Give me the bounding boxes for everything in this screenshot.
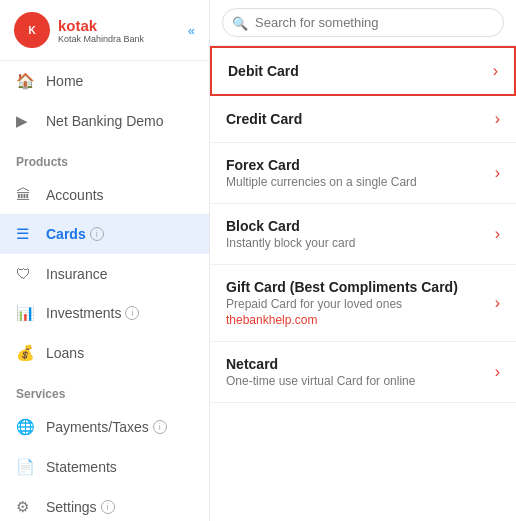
sidebar-item-insurance[interactable]: 🛡 Insurance [0, 254, 209, 293]
section-products: Products [0, 141, 209, 175]
sidebar-item-cards[interactable]: ☰ Cards i [0, 214, 209, 254]
forex-card-title: Forex Card [226, 157, 487, 173]
sidebar-item-statements[interactable]: 📄 Statements [0, 447, 209, 487]
search-wrapper: 🔍 [222, 8, 504, 37]
block-card-text: Block Card Instantly block your card [226, 218, 487, 250]
card-list: Debit Card › Credit Card › Forex Card Mu… [210, 46, 516, 521]
kotak-logo-icon: K [14, 12, 50, 48]
sidebar-item-investments[interactable]: 📊 Investments i [0, 293, 209, 333]
sidebar-item-home-label: Home [46, 73, 83, 89]
settings-icon: ⚙ [16, 498, 36, 516]
sidebar-item-net-banking-demo[interactable]: ▶ Net Banking Demo [0, 101, 209, 141]
credit-card-title: Credit Card [226, 111, 487, 127]
investments-info-icon: i [125, 306, 139, 320]
play-icon: ▶ [16, 112, 36, 130]
card-item-netcard[interactable]: Netcard One-time use virtual Card for on… [210, 342, 516, 403]
cards-info-icon: i [90, 227, 104, 241]
sidebar-item-loans-label: Loans [46, 345, 84, 361]
home-icon: 🏠 [16, 72, 36, 90]
card-item-gift-card[interactable]: Gift Card (Best Compliments Card) Prepai… [210, 265, 516, 342]
gift-card-text: Gift Card (Best Compliments Card) Prepai… [226, 279, 487, 327]
search-bar: 🔍 [210, 0, 516, 46]
card-item-debit-card[interactable]: Debit Card › [210, 46, 516, 96]
card-item-forex-card[interactable]: Forex Card Multiple currencies on a sing… [210, 143, 516, 204]
logo-text: kotak Kotak Mahindra Bank [58, 17, 144, 44]
sidebar-item-home[interactable]: 🏠 Home [0, 61, 209, 101]
block-card-subtitle: Instantly block your card [226, 236, 487, 250]
card-item-block-card[interactable]: Block Card Instantly block your card › [210, 204, 516, 265]
block-card-title: Block Card [226, 218, 487, 234]
forex-card-text: Forex Card Multiple currencies on a sing… [226, 157, 487, 189]
gift-card-subtitle: Prepaid Card for your loved ones [226, 297, 487, 311]
forex-card-subtitle: Multiple currencies on a single Card [226, 175, 487, 189]
debit-card-chevron: › [493, 62, 498, 80]
sidebar-item-cards-label: Cards [46, 226, 86, 242]
bank-name: kotak [58, 17, 144, 34]
netcard-chevron: › [495, 363, 500, 381]
sidebar-item-net-banking-label: Net Banking Demo [46, 113, 164, 129]
search-input[interactable] [222, 8, 504, 37]
main-content: 🔍 Debit Card › Credit Card › Forex Card … [210, 0, 516, 521]
sidebar-item-payments-label: Payments/Taxes [46, 419, 149, 435]
sidebar-item-statements-label: Statements [46, 459, 117, 475]
card-item-credit-card[interactable]: Credit Card › [210, 96, 516, 143]
sidebar-item-accounts-label: Accounts [46, 187, 104, 203]
sidebar-item-loans[interactable]: 💰 Loans [0, 333, 209, 373]
debit-card-text: Debit Card [228, 63, 485, 79]
gift-card-chevron: › [495, 294, 500, 312]
debit-card-title: Debit Card [228, 63, 485, 79]
block-card-chevron: › [495, 225, 500, 243]
sidebar-item-payments-taxes[interactable]: 🌐 Payments/Taxes i [0, 407, 209, 447]
forex-card-chevron: › [495, 164, 500, 182]
gift-card-subtitle2: thebankhelp.com [226, 313, 487, 327]
accounts-icon: 🏛 [16, 186, 36, 203]
gift-card-title: Gift Card (Best Compliments Card) [226, 279, 487, 295]
netcard-text: Netcard One-time use virtual Card for on… [226, 356, 487, 388]
netcard-title: Netcard [226, 356, 487, 372]
bank-sub: Kotak Mahindra Bank [58, 34, 144, 44]
cards-icon: ☰ [16, 225, 36, 243]
logo-area: K kotak Kotak Mahindra Bank « [0, 0, 209, 61]
sidebar-item-accounts[interactable]: 🏛 Accounts [0, 175, 209, 214]
collapse-button[interactable]: « [188, 23, 195, 38]
payments-icon: 🌐 [16, 418, 36, 436]
sidebar-item-settings[interactable]: ⚙ Settings i [0, 487, 209, 521]
netcard-subtitle: One-time use virtual Card for online [226, 374, 487, 388]
loans-icon: 💰 [16, 344, 36, 362]
sidebar-item-settings-label: Settings [46, 499, 97, 515]
settings-info-icon: i [101, 500, 115, 514]
search-icon: 🔍 [232, 15, 248, 30]
insurance-icon: 🛡 [16, 265, 36, 282]
statements-icon: 📄 [16, 458, 36, 476]
payments-info-icon: i [153, 420, 167, 434]
credit-card-chevron: › [495, 110, 500, 128]
section-services: Services [0, 373, 209, 407]
credit-card-text: Credit Card [226, 111, 487, 127]
svg-text:K: K [28, 25, 36, 36]
investments-icon: 📊 [16, 304, 36, 322]
sidebar-item-investments-label: Investments [46, 305, 121, 321]
sidebar: K kotak Kotak Mahindra Bank « 🏠 Home ▶ N… [0, 0, 210, 521]
sidebar-item-insurance-label: Insurance [46, 266, 107, 282]
